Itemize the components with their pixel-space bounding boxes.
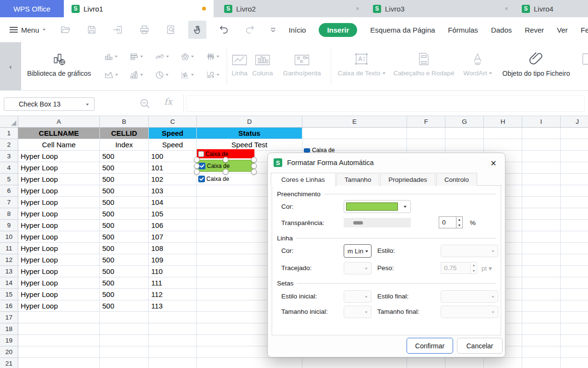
cell-B4[interactable]: 500 — [100, 162, 149, 174]
tab-controlo[interactable]: Controlo — [436, 173, 477, 186]
cell-J19[interactable] — [561, 335, 588, 346]
row-header-3[interactable]: 3 — [0, 151, 18, 162]
cell-G2[interactable] — [445, 139, 484, 151]
cell-I18[interactable] — [522, 323, 561, 335]
open-button[interactable] — [56, 21, 74, 39]
cell-I15[interactable] — [522, 289, 561, 300]
cell-G1[interactable] — [445, 128, 484, 139]
cell-I19[interactable] — [522, 335, 561, 346]
cell-A11[interactable]: Hyper Loop — [18, 243, 100, 254]
selection-handle[interactable] — [251, 169, 257, 175]
cell-G21[interactable] — [445, 358, 484, 368]
menu-button[interactable]: Menu — [10, 26, 46, 34]
column-header-A[interactable]: A — [18, 116, 100, 128]
cell-B10[interactable]: 500 — [100, 231, 149, 243]
stock-chart-button[interactable] — [200, 47, 226, 66]
row-header-15[interactable]: 15 — [0, 289, 18, 300]
cell-J5[interactable] — [561, 174, 588, 185]
cell-C3[interactable]: 100 — [149, 151, 197, 162]
cell-C19[interactable] — [149, 335, 197, 346]
cell-A6[interactable]: Hyper Loop — [18, 185, 100, 197]
wps-office-button[interactable]: WPS Office — [0, 0, 64, 17]
insert-function-button[interactable]: fx — [164, 96, 172, 107]
print-preview-button[interactable] — [162, 21, 180, 39]
zoom-button[interactable] — [139, 98, 151, 111]
radar-chart-button[interactable] — [175, 47, 200, 66]
cell-J20[interactable] — [561, 346, 588, 358]
chart-library-button[interactable]: Biblioteca de gráficos — [23, 46, 95, 77]
cell-I11[interactable] — [522, 243, 561, 254]
cell-I13[interactable] — [522, 266, 561, 277]
selection-handle[interactable] — [251, 163, 257, 169]
spinner-arrows[interactable]: ▲▼ — [456, 216, 463, 228]
cell-B17[interactable] — [100, 312, 149, 323]
doc-tab-livro1[interactable]: S Livro1 — [64, 0, 214, 17]
row-header-8[interactable]: 8 — [0, 208, 18, 220]
text-box-button[interactable]: Caixa de Texto — [333, 46, 390, 77]
file-object-button[interactable]: Objeto do tipo Ficheiro — [498, 46, 574, 77]
cell-J15[interactable] — [561, 289, 588, 300]
cell-J12[interactable] — [561, 254, 588, 266]
row-header-4[interactable]: 4 — [0, 162, 18, 174]
row-header-7[interactable]: 7 — [0, 197, 18, 208]
formula-input[interactable] — [186, 95, 585, 112]
cell-C4[interactable]: 101 — [149, 162, 197, 174]
tab-formulas[interactable]: Fórmulas — [448, 26, 478, 34]
row-header-19[interactable]: 19 — [0, 335, 18, 346]
sparkline-column-button[interactable]: Coluna — [251, 46, 275, 77]
bubble-chart-button[interactable] — [200, 66, 226, 84]
cell-B20[interactable] — [100, 346, 149, 358]
cell-A7[interactable]: Hyper Loop — [18, 197, 100, 208]
cell-I21[interactable] — [522, 358, 561, 368]
cell-B15[interactable]: 500 — [100, 289, 149, 300]
cell-F21[interactable] — [407, 358, 445, 368]
row-header-21[interactable]: 21 — [0, 358, 18, 368]
column-header-D[interactable]: D — [197, 116, 302, 128]
cell-D21[interactable] — [197, 358, 302, 368]
cell-E1[interactable] — [302, 128, 407, 139]
doc-tab-livro4[interactable]: S Livro4 — [514, 0, 588, 17]
cell-A1[interactable]: CELLNAME — [18, 128, 100, 139]
tab-inicio[interactable]: Início — [289, 26, 306, 34]
cell-J21[interactable] — [561, 358, 588, 368]
cell-C2[interactable]: Speed — [149, 139, 197, 151]
cell-J9[interactable] — [561, 220, 588, 231]
cell-I12[interactable] — [522, 254, 561, 266]
tab-rever[interactable]: Rever — [525, 26, 544, 34]
cell-J2[interactable] — [561, 139, 588, 151]
confirm-button[interactable]: Confirmar — [407, 338, 453, 354]
cell-A13[interactable]: Hyper Loop — [18, 266, 100, 277]
tab-ferramentas[interactable]: Ferramentas — [581, 26, 588, 34]
cell-I1[interactable] — [522, 128, 561, 139]
spin-down-icon[interactable]: ▼ — [456, 223, 462, 228]
row-header-16[interactable]: 16 — [0, 300, 18, 312]
tab-esquema-da-pagina[interactable]: Esquema da Página — [370, 26, 435, 34]
row-header-6[interactable]: 6 — [0, 185, 18, 197]
collapse-ribbon-strip[interactable]: ‹ — [0, 42, 21, 90]
cell-I2[interactable] — [522, 139, 561, 151]
tab-dados[interactable]: Dados — [491, 26, 512, 34]
cell-C7[interactable]: 104 — [149, 197, 197, 208]
sparkline-line-button[interactable]: Linha — [228, 46, 251, 77]
cell-I17[interactable] — [522, 312, 561, 323]
cell-A20[interactable] — [18, 346, 100, 358]
cell-A4[interactable]: Hyper Loop — [18, 162, 100, 174]
cell-A15[interactable]: Hyper Loop — [18, 289, 100, 300]
cell-B3[interactable]: 500 — [100, 151, 149, 162]
cell-B16[interactable]: 500 — [100, 300, 149, 312]
row-header-10[interactable]: 10 — [0, 231, 18, 243]
cell-A10[interactable]: Hyper Loop — [18, 231, 100, 243]
cell-B11[interactable]: 500 — [100, 243, 149, 254]
cell-B12[interactable]: 500 — [100, 254, 149, 266]
line-chart-button[interactable] — [149, 47, 175, 66]
cell-A8[interactable]: Hyper Loop — [18, 208, 100, 220]
cell-B2[interactable]: Index — [100, 139, 149, 151]
cell-C14[interactable]: 111 — [149, 277, 197, 289]
selection-handle[interactable] — [194, 169, 200, 175]
row-header-2[interactable]: 2 — [0, 139, 18, 151]
cell-C15[interactable]: 112 — [149, 289, 197, 300]
cell-I9[interactable] — [522, 220, 561, 231]
cell-C11[interactable]: 108 — [149, 243, 197, 254]
cell-A19[interactable] — [18, 335, 100, 346]
cell-H21[interactable] — [484, 358, 522, 368]
